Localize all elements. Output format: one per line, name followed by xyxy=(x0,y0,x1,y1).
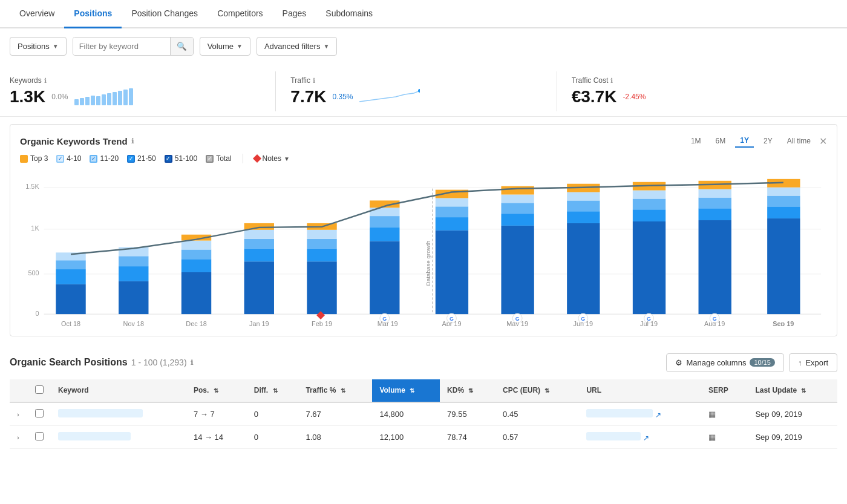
data-table: Keyword Pos. ⇅ Diff. ⇅ Traffic % ⇅ Volum… xyxy=(10,379,837,449)
row1-keyword-cell xyxy=(51,402,186,426)
bar-may19-21-50 xyxy=(501,214,534,226)
row1-traffic: 7.67 xyxy=(298,402,372,426)
traffic-change: 0.35% xyxy=(332,93,353,101)
bar-feb19-4-10 xyxy=(307,230,336,239)
row2-expand-btn[interactable]: › xyxy=(17,434,19,441)
export-btn[interactable]: ↑ Export xyxy=(789,353,837,372)
time-alltime-btn[interactable]: All time xyxy=(782,135,816,147)
row1-diff: 0 xyxy=(247,402,299,426)
th-traffic[interactable]: Traffic % ⇅ xyxy=(298,379,372,402)
row2-url-cell: ↗ xyxy=(579,425,701,448)
spark-bar xyxy=(123,90,128,105)
bar-aug19-21-50 xyxy=(699,208,731,220)
keyword-search-button[interactable]: 🔍 xyxy=(170,38,193,55)
nav-overview[interactable]: Overview xyxy=(10,0,64,28)
row2-ext-link-icon[interactable]: ↗ xyxy=(643,434,649,442)
table-info-icon[interactable]: ℹ xyxy=(191,359,193,367)
legend-11-20[interactable]: ✓ 11-20 xyxy=(90,154,119,163)
advanced-filters-label: Advanced filters xyxy=(264,42,321,51)
kpi-row: Keywords ℹ 1.3K 0.0% Traffic xyxy=(0,64,847,117)
advanced-chevron-icon: ▼ xyxy=(323,43,329,50)
manage-columns-label: Manage columns xyxy=(686,358,746,367)
th-cpc[interactable]: CPC (EUR) ⇅ xyxy=(495,379,579,402)
bar-oct18-11-20 xyxy=(56,260,85,269)
spark-bar xyxy=(96,96,100,105)
positions-filter-btn[interactable]: Positions ▼ xyxy=(10,37,67,56)
time-1m-btn[interactable]: 1M xyxy=(686,135,706,147)
svg-text:Sep 19: Sep 19 xyxy=(773,320,794,326)
keyword-search-input[interactable] xyxy=(73,38,170,55)
bar-sep19-4-10 xyxy=(767,188,800,196)
traffic-cost-label: Traffic Cost xyxy=(572,76,609,85)
keywords-info-icon[interactable]: ℹ xyxy=(44,77,47,85)
legend-21-50[interactable]: ✓ 21-50 xyxy=(127,154,156,163)
nav-subdomains[interactable]: Subdomains xyxy=(316,0,382,28)
row2-serp-icon[interactable]: ▦ xyxy=(708,433,716,442)
row1-ext-link-icon[interactable]: ↗ xyxy=(655,411,661,419)
row1-checkbox[interactable] xyxy=(35,409,44,417)
time-6m-btn[interactable]: 6M xyxy=(711,135,731,147)
bar-jul19-11-20 xyxy=(633,198,666,209)
row2-url-value xyxy=(586,432,641,440)
legend-total[interactable]: ✓ Total xyxy=(206,154,231,163)
row2-last-update: Sep 09, 2019 xyxy=(748,425,837,448)
th-keyword: Keyword xyxy=(51,379,186,402)
bar-sep19-21-50 xyxy=(767,206,800,218)
legend-notes[interactable]: Notes ▼ xyxy=(254,154,290,163)
chart-info-icon[interactable]: ℹ xyxy=(131,137,134,145)
advanced-filters-btn[interactable]: Advanced filters ▼ xyxy=(257,37,337,56)
nav-position-changes[interactable]: Position Changes xyxy=(122,0,208,28)
keywords-sparkline xyxy=(74,88,133,105)
row1-url-cell: ↗ xyxy=(579,402,701,426)
keyword-filter: 🔍 xyxy=(73,37,194,56)
traffic-cost-info-icon[interactable]: ℹ xyxy=(610,77,613,85)
th-diff[interactable]: Diff. ⇅ xyxy=(247,379,299,402)
nav-competitors[interactable]: Competitors xyxy=(208,0,272,28)
nav-pages[interactable]: Pages xyxy=(273,0,316,28)
bar-jul19-4-10 xyxy=(633,191,666,199)
th-volume-label: Volume xyxy=(379,386,405,394)
bar-mar19-21-50 xyxy=(370,227,399,241)
notes-dropdown-icon[interactable]: ▼ xyxy=(284,155,290,162)
row1-serp-icon[interactable]: ▦ xyxy=(708,410,716,419)
th-traffic-label: Traffic % xyxy=(306,386,336,394)
row2-volume: 12,100 xyxy=(372,425,440,448)
bar-may19-4-10 xyxy=(501,195,534,203)
th-kd[interactable]: KD% ⇅ xyxy=(440,379,495,402)
legend-divider xyxy=(243,154,243,163)
table-title-text: Organic Search Positions xyxy=(10,357,128,368)
row1-cpc: 0.45 xyxy=(495,402,579,426)
legend-11-20-color: ✓ xyxy=(90,155,97,163)
bar-dec18-21-50 xyxy=(182,259,211,272)
legend-notes-label: Notes xyxy=(263,154,281,163)
keywords-change: 0.0% xyxy=(51,93,68,101)
chart-close-icon[interactable]: ✕ xyxy=(819,136,827,147)
spark-bar xyxy=(118,91,122,105)
th-volume[interactable]: Volume ⇅ xyxy=(372,379,440,402)
legend-4-10[interactable]: ✓ 4-10 xyxy=(56,154,81,163)
traffic-info-icon[interactable]: ℹ xyxy=(313,77,315,85)
row2-checkbox[interactable] xyxy=(35,432,44,440)
volume-filter-btn[interactable]: Volume ▼ xyxy=(200,37,250,56)
bar-feb19-11-20 xyxy=(307,239,336,249)
table-actions: ⚙ Manage columns 10/15 ↑ Export xyxy=(666,353,837,372)
row1-expand-btn[interactable]: › xyxy=(17,411,19,418)
bar-oct18-51-100 xyxy=(56,284,85,314)
select-all-checkbox[interactable] xyxy=(35,385,44,394)
time-1y-btn[interactable]: 1Y xyxy=(735,134,754,148)
th-pos[interactable]: Pos. ⇅ xyxy=(186,379,247,402)
legend-4-10-color: ✓ xyxy=(56,155,64,163)
svg-text:Apr 19: Apr 19 xyxy=(442,320,461,326)
time-2y-btn[interactable]: 2Y xyxy=(759,135,777,147)
chart-area: 1.5K 1K 500 0 xyxy=(20,171,827,326)
svg-text:500: 500 xyxy=(28,269,39,277)
manage-columns-btn[interactable]: ⚙ Manage columns 10/15 xyxy=(666,353,784,372)
legend-4-10-label: 4-10 xyxy=(67,154,81,163)
db-growth-label: Database growth xyxy=(425,241,431,286)
table-range: 1 - 100 (1,293) xyxy=(131,358,187,367)
spark-bar xyxy=(85,97,90,105)
th-last-update[interactable]: Last Update ⇅ xyxy=(748,379,837,402)
legend-51-100[interactable]: ✓ 51-100 xyxy=(165,154,197,163)
legend-top3[interactable]: Top 3 xyxy=(20,154,48,163)
nav-positions[interactable]: Positions xyxy=(64,0,122,28)
